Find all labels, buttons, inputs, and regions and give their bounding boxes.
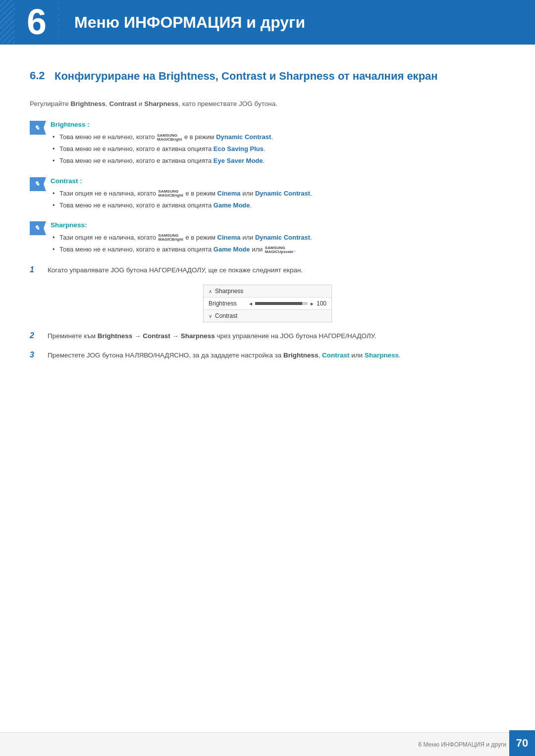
note-header-brightness: Brightness :: [51, 121, 505, 128]
pencil-icon-3: ✎: [34, 224, 40, 232]
step-text-3: Преместете JOG бутона НАЛЯВО/НАДЯСНО, за…: [48, 351, 505, 361]
samsung-magic-bright-3: SAMSUNGMAGICBright: [159, 234, 183, 242]
note-block-brightness: ✎ Brightness : Това меню не е налично, к…: [30, 121, 505, 167]
osd-row-contrast: ∨ Contrast: [204, 310, 331, 322]
brightness-list: Това меню не е налично, когато SAMSUNGMA…: [51, 131, 505, 167]
samsung-magic-upscale: SAMSUNGMAGICUpscale: [265, 246, 293, 254]
osd-row-sharpness: ∧ Sharpness: [204, 285, 331, 298]
chapter-title: Меню ИНФОРМАЦИЯ и други: [74, 13, 305, 32]
contrast-list-item-2: Това меню не е налично, когато е активна…: [51, 200, 505, 211]
osd-brightness-label: Brightness: [209, 300, 248, 307]
osd-slider-bar: [255, 302, 308, 305]
section-heading: 6.2 Конфигуриране на Brightness, Contras…: [30, 69, 505, 84]
header-bar: 6 Меню ИНФОРМАЦИЯ и други: [0, 0, 535, 45]
note-header-sharpness: Sharpness:: [51, 221, 505, 229]
osd-arrow-right-icon: ►: [310, 301, 315, 306]
step-number-1: 1: [30, 265, 44, 274]
note-icon-sharpness: ✎: [30, 221, 44, 235]
osd-slider-area: ◄ ►: [248, 301, 315, 306]
pencil-icon-2: ✎: [34, 180, 40, 188]
osd-chevron-down: ∨: [209, 313, 212, 319]
note-content-brightness: Brightness : Това меню не е налично, ког…: [51, 121, 505, 167]
section-title: Конфигуриране на Brightness, Contrast и …: [54, 69, 438, 84]
footer-text: 6 Меню ИНФОРМАЦИЯ и други: [418, 741, 506, 748]
osd-slider-fill: [255, 302, 303, 305]
brightness-list-item-1: Това меню не е налично, когато SAMSUNGMA…: [51, 131, 505, 143]
step-number-3: 3: [30, 351, 44, 359]
chapter-number: 6: [27, 4, 47, 40]
step-3: 3 Преместете JOG бутона НАЛЯВО/НАДЯСНО, …: [30, 351, 505, 361]
samsung-magic-bright-2: SAMSUNGMAGICBright: [159, 190, 183, 198]
note-content-sharpness: Sharpness: Тази опция не е налична, кога…: [51, 221, 505, 255]
step-text-1: Когато управлявате JOG бутона НАГОРЕ/НАД…: [48, 265, 505, 276]
contrast-list-item-1: Тази опция не е налична, когато SAMSUNGM…: [51, 188, 505, 200]
osd-widget: ∧ Sharpness Brightness ◄ ► 100 ∨ Contras…: [203, 285, 332, 322]
contrast-list: Тази опция не е налична, когато SAMSUNGM…: [51, 188, 505, 211]
brightness-list-item-3: Това меню не е налично, когато е активна…: [51, 155, 505, 167]
note-header-contrast: Contrast :: [51, 177, 505, 185]
step-2: 2 Преминете към Brightness → Contrast → …: [30, 331, 505, 342]
sharpness-list: Тази опция не е налична, когато SAMSUNGM…: [51, 232, 505, 255]
step-1: 1 Когато управлявате JOG бутона НАГОРЕ/Н…: [30, 265, 505, 276]
samsung-magic-bright-1: SAMSUNGMAGICBright: [157, 134, 182, 142]
osd-arrow-left-icon: ◄: [248, 301, 253, 306]
page-footer: 6 Меню ИНФОРМАЦИЯ и други 70: [0, 732, 535, 756]
note-content-contrast: Contrast : Тази опция не е налична, кога…: [51, 177, 505, 211]
brightness-list-item-2: Това меню не е налично, когато е активна…: [51, 143, 505, 155]
note-icon-brightness: ✎: [30, 121, 44, 135]
sharpness-list-item-2: Това меню не е налично, когато е активна…: [51, 244, 505, 255]
page-content: 6.2 Конфигуриране на Brightness, Contras…: [0, 45, 535, 409]
note-block-sharpness: ✎ Sharpness: Тази опция не е налична, ко…: [30, 221, 505, 255]
step-number-2: 2: [30, 331, 44, 340]
osd-row-brightness: Brightness ◄ ► 100: [204, 298, 331, 310]
page-wrapper: 6 Меню ИНФОРМАЦИЯ и други 6.2 Конфигурир…: [0, 0, 535, 756]
section-number: 6.2: [30, 69, 48, 82]
osd-sharpness-label: Sharpness: [215, 288, 255, 295]
footer-page-number: 70: [509, 730, 535, 756]
note-icon-contrast: ✎: [30, 177, 44, 191]
osd-chevron-up: ∧: [209, 289, 212, 294]
header-number-box: 6: [15, 0, 58, 44]
step-text-2: Преминете към Brightness → Contrast → Sh…: [48, 331, 505, 342]
note-block-contrast: ✎ Contrast : Тази опция не е налична, ко…: [30, 177, 505, 211]
intro-paragraph: Регулирайте Brightness, Contrast и Sharp…: [30, 99, 505, 109]
osd-brightness-value: 100: [315, 300, 326, 307]
pencil-icon: ✎: [34, 124, 40, 132]
sharpness-list-item-1: Тази опция не е налична, когато SAMSUNGM…: [51, 232, 505, 244]
osd-contrast-label: Contrast: [215, 312, 255, 319]
